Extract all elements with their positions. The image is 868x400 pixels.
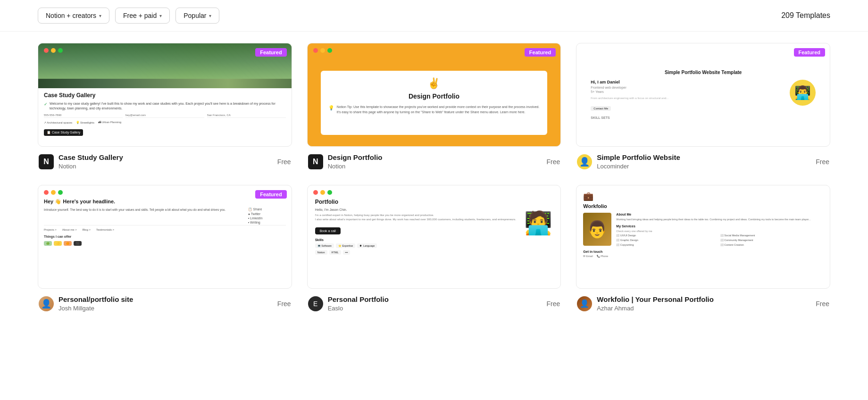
notion-icon: N (39, 154, 54, 169)
window-dots-4 (44, 190, 63, 195)
wf-service-graphic: ⬜ Graphic Design (616, 239, 719, 242)
filter2-label: Free + paid (123, 12, 157, 19)
filter3-label: Popular (184, 12, 206, 19)
sp-contact-btn: Contact Me (591, 106, 611, 111)
pp-cta-button: Book a call (315, 227, 341, 234)
wf-contact: Get in touch ✉ Email 📞 Phone (583, 250, 823, 258)
template-card-case-study-gallery[interactable]: Featured Case Study Gallery ✓ Welcome to… (38, 43, 292, 170)
card-template-name: Case Study Gallery (58, 153, 123, 162)
card-creator-name-2: Notion (328, 163, 383, 170)
wf-contact-row: ✉ Email 📞 Phone (583, 255, 823, 258)
locominder-icon: 👤 (577, 154, 592, 169)
cs-body: Case Study Gallery ✓ Welcome to my case … (38, 88, 292, 140)
template-card-workfolio[interactable]: 💼 Workfolio 👨 About Me Working hard brin… (576, 185, 830, 312)
featured-badge: Featured (255, 48, 286, 57)
card-info-left-5: E Personal Portfolio Easlo (308, 295, 389, 312)
cs-check: ✓ Welcome to my case study gallery! I've… (44, 101, 286, 111)
wf-services-title: My Services (616, 225, 823, 228)
ps-nav-about: About me > (62, 228, 77, 231)
dot-red-5 (313, 190, 318, 195)
card-template-name-5: Personal Portfolio (328, 295, 389, 304)
ps-two-col: Introduce yourself. The best way to do i… (44, 208, 286, 225)
free-paid-filter[interactable]: Free + paid ▾ (115, 8, 170, 24)
dot-red (44, 48, 49, 53)
pp-skill-software: 💻 Software (315, 243, 334, 248)
cs-fields: 555-556-7890 hey@email.com San Francisco… (44, 114, 286, 118)
josh-icon: 👤 (39, 296, 54, 311)
wf-avatar: 👨 (583, 213, 611, 246)
card-creator-name-4: Josh Millgate (58, 305, 133, 312)
pp-skills-title: Skills (315, 238, 553, 242)
notion-creators-filter[interactable]: Notion + creators ▾ (38, 8, 109, 24)
pp-subtitle: Hello, I'm Jason Chin. (315, 208, 553, 211)
pp-inner: Portfolio Hello, I'm Jason Chin. I'm a c… (308, 185, 561, 259)
sp-text-col: Hi, I am Daniel Frontend web developer 5… (591, 80, 785, 111)
template-card-personal-site[interactable]: Featured Hey 👋 Here's your headline. Int… (38, 185, 292, 312)
ps-bio: Introduce yourself. The best way to do i… (44, 208, 244, 212)
card-info-left-4: 👤 Personal/portfolio site Josh Millgate (39, 295, 133, 312)
pp-skill-tags: 💻 Software ⭐ Expertise 🗣 Language (315, 243, 553, 248)
card-creator-name-3: Locominder (597, 163, 680, 170)
card-creator-name-5: Easlo (328, 305, 389, 312)
ps-tag-3: 🟠 (64, 241, 72, 246)
featured-badge-3: Featured (794, 48, 825, 57)
ps-headline: Hey 👋 Here's your headline. (44, 199, 286, 205)
card-info-left-3: 👤 Simple Portfolio Website Locominder (577, 153, 680, 170)
card-template-name-3: Simple Portfolio Website (597, 153, 680, 162)
card-info-left: N Case Study Gallery Notion (39, 153, 123, 170)
wf-contact-email: ✉ Email (583, 255, 593, 258)
cs-hero-image (38, 43, 292, 88)
window-dots-5 (313, 190, 332, 195)
wf-service-social: ⬜ Social Media Management (720, 234, 823, 237)
sp-avatar: 👨‍💻 (790, 80, 816, 106)
ps-right-items: 📋 Share ● Twitter ▪ LinkedIn ▪ Writing (248, 208, 286, 225)
pp-skill-language: 🗣 Language (357, 243, 377, 248)
sp-main-content: Hi, I am Daniel Frontend web developer 5… (591, 80, 816, 111)
filter1-label: Notion + creators (46, 12, 96, 19)
wf-service-content: ⬜ Content Creation (720, 243, 823, 246)
dot-green-5 (327, 190, 332, 195)
wf-contact-title: Get in touch (583, 250, 823, 253)
card-info-left-6: 👤 Workfolio | Your Personal Portfolio Az… (577, 295, 714, 312)
card-template-name-6: Workfolio | Your Personal Portfolio (597, 295, 714, 304)
ps-nav-blog: Blog > (83, 228, 91, 231)
notion-n-letter: N (43, 158, 49, 166)
window-dots-2 (313, 48, 332, 53)
card-preview-easlo: Portfolio Hello, I'm Jason Chin. I'm a c… (307, 185, 561, 289)
card-info-workfolio: 👤 Workfolio | Your Personal Portfolio Az… (576, 295, 830, 312)
ps-tag-1: 🟢 (44, 241, 52, 246)
wf-right-col: About Me Working hard bringing ideas and… (616, 213, 823, 247)
sp-content-wrapper: Simple Portfolio Website Template Hi, I … (584, 57, 822, 124)
dot-yellow-5 (320, 190, 325, 195)
cs-icons-row: ↗ Architectural spaces 💡 Streetlights 🏙 … (44, 121, 286, 124)
dp-title: Design Portfolio (328, 92, 540, 100)
dp-hand-icon: ✌️ (328, 77, 540, 90)
ps-left-col: Introduce yourself. The best way to do i… (44, 208, 244, 225)
wf-inner: 💼 Workfolio 👨 About Me Working hard brin… (576, 185, 830, 262)
card-info-case-study: N Case Study Gallery Notion Free (38, 153, 292, 170)
template-card-simple-portfolio[interactable]: Featured — Simple Portfolio Website Temp… (576, 43, 830, 170)
cs-footer-bar: 📋 Case Study Gallery (44, 129, 83, 136)
notion-icon-2: N (308, 154, 323, 169)
pp-description: I'm a certified expert in Notion, helpin… (315, 213, 553, 222)
cs-template-title: Case Study Gallery (44, 92, 286, 99)
template-card-design-portfolio[interactable]: Featured ✌️ Design Portfolio 💡 Notion Ti… (307, 43, 561, 170)
dp-inner: ✌️ Design Portfolio 💡 Notion Tip: Use th… (321, 71, 548, 135)
ps-section-title: Things I can offer (44, 235, 286, 238)
notion-n-letter-2: N (313, 158, 318, 166)
template-card-personal-portfolio-easlo[interactable]: Portfolio Hello, I'm Jason Chin. I'm a c… (307, 185, 561, 312)
featured-badge-4: Featured (255, 190, 286, 199)
popular-filter[interactable]: Popular ▾ (175, 8, 219, 24)
wf-service-ux: ⬜ UX/UI Design (616, 234, 719, 237)
window-dots (44, 48, 63, 53)
sp-template-heading: Simple Portfolio Website Template (591, 70, 816, 75)
sp-hi-daniel: Hi, I am Daniel (591, 80, 785, 84)
card-info-left-2: N Design Portfolio Notion (308, 153, 383, 170)
ps-nav-projects: Projects > (44, 228, 57, 231)
sp-skills-section: SKILL SETS (591, 116, 816, 119)
azhar-icon: 👤 (577, 296, 592, 311)
dot-green (58, 48, 63, 53)
card-info-easlo: E Personal Portfolio Easlo Free (307, 295, 561, 312)
template-count: 209 Templates (781, 11, 830, 20)
ps-nav-testimonials: Testimonials > (96, 228, 114, 231)
